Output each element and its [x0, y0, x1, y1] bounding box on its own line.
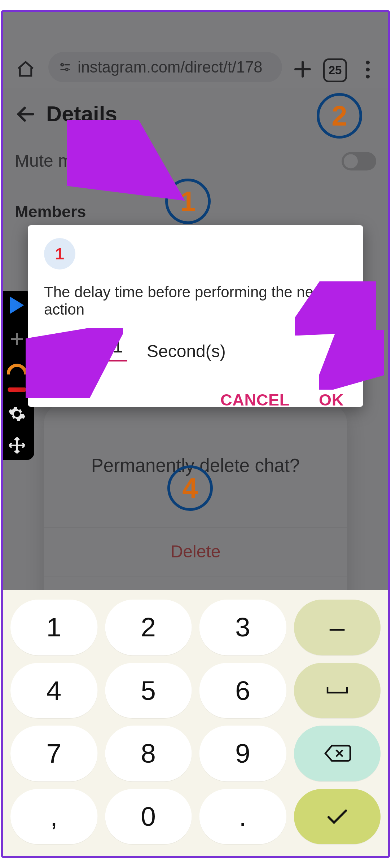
- key-2[interactable]: 2: [105, 600, 192, 655]
- key-period[interactable]: .: [199, 789, 286, 844]
- move-icon[interactable]: [8, 436, 26, 455]
- key-0[interactable]: 0: [105, 789, 192, 844]
- key-minus[interactable]: –: [294, 600, 381, 655]
- key-6[interactable]: 6: [199, 663, 286, 718]
- backspace-icon: [323, 744, 351, 763]
- key-3[interactable]: 3: [199, 600, 286, 655]
- annotation-marker-2: 2: [317, 93, 362, 139]
- play-icon[interactable]: [10, 297, 24, 314]
- plus-icon[interactable]: +: [10, 327, 24, 351]
- key-1[interactable]: 1: [10, 600, 97, 655]
- key-backspace[interactable]: [294, 726, 381, 781]
- gear-icon[interactable]: [8, 405, 26, 423]
- device-frame: instagram.com/direct/t/178 25 Details Mu…: [1, 10, 390, 858]
- numeric-keypad: 1 2 3 – 4 5 6 7 8 9 , 0 .: [3, 590, 388, 856]
- dialog-ok-button[interactable]: OK: [319, 391, 344, 409]
- key-space[interactable]: [294, 663, 381, 718]
- key-5[interactable]: 5: [105, 663, 192, 718]
- text-caret: [93, 337, 95, 357]
- arc-icon[interactable]: [7, 364, 27, 374]
- annotation-marker-1: 1: [165, 179, 211, 224]
- delay-value: 1: [113, 336, 123, 356]
- minus-icon[interactable]: [8, 387, 26, 392]
- key-done[interactable]: [294, 789, 381, 844]
- key-4[interactable]: 4: [10, 663, 97, 718]
- key-comma[interactable]: ,: [10, 789, 97, 844]
- check-icon: [325, 807, 349, 826]
- delay-input[interactable]: 1: [44, 334, 127, 361]
- key-8[interactable]: 8: [105, 726, 192, 781]
- delay-dialog: 1 The delay time before performing the n…: [28, 225, 363, 407]
- annotation-marker-4: 4: [167, 465, 213, 511]
- dialog-description: The delay time before performing the nex…: [44, 284, 347, 318]
- unit-label: Second(s): [147, 342, 226, 362]
- step-badge: 1: [44, 238, 75, 269]
- unit-dropdown-icon[interactable]: [335, 345, 347, 352]
- dialog-cancel-button[interactable]: CANCEL: [220, 391, 290, 409]
- key-7[interactable]: 7: [10, 726, 97, 781]
- key-9[interactable]: 9: [199, 726, 286, 781]
